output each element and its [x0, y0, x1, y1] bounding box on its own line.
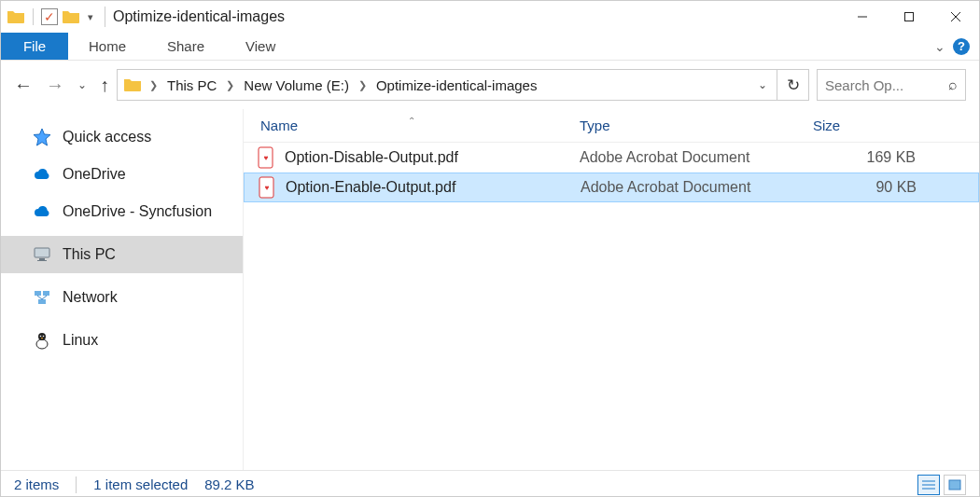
tab-view[interactable]: View [225, 33, 296, 60]
sidebar-item-label: Linux [63, 332, 98, 349]
svg-marker-4 [34, 129, 50, 145]
status-selection-size: 89.2 KB [204, 476, 254, 492]
separator [105, 7, 105, 27]
status-selection: 1 item selected [93, 476, 188, 492]
column-header-type[interactable]: Type [580, 117, 813, 133]
svg-point-15 [40, 336, 42, 338]
sidebar-item-linux[interactable]: Linux [1, 322, 243, 359]
svg-rect-8 [35, 291, 41, 296]
breadcrumb-label: This PC [167, 77, 217, 93]
chevron-right-icon[interactable]: ❯ [146, 79, 161, 91]
address-dropdown-icon[interactable]: ⌄ [749, 78, 777, 91]
tab-home[interactable]: Home [68, 33, 147, 60]
file-row[interactable]: ♥ Option-Disable-Output.pdf Adobe Acroba… [244, 143, 979, 173]
separator [76, 476, 77, 493]
column-header-name[interactable]: ⌃ Name [244, 117, 580, 133]
file-type: Adobe Acrobat Document [581, 179, 814, 196]
sidebar-item-label: This PC [63, 246, 116, 263]
details-view-button[interactable] [917, 475, 940, 495]
file-list-pane: ⌃ Name Type Size ♥ Option-Disable-Output… [244, 109, 979, 470]
sidebar-item-label: OneDrive [63, 166, 126, 183]
search-placeholder: Search Op... [825, 77, 948, 93]
chevron-right-icon[interactable]: ❯ [222, 79, 238, 91]
pdf-file-icon: ♥ [258, 176, 276, 199]
pc-icon [33, 245, 51, 264]
folder-icon [7, 8, 25, 25]
sidebar-item-quick-access[interactable]: Quick access [1, 118, 243, 156]
help-button[interactable]: ? [953, 38, 970, 55]
file-type: Adobe Acrobat Document [580, 149, 813, 166]
file-rows: ♥ Option-Disable-Output.pdf Adobe Acroba… [244, 143, 979, 470]
quick-access-toolbar: ✓ ▾ [1, 8, 97, 25]
up-button[interactable]: ↑ [100, 75, 109, 96]
breadcrumb-this-pc[interactable]: This PC [165, 77, 218, 93]
navigation-pane: Quick access OneDrive OneDrive - Syncfus… [1, 109, 244, 470]
folder-icon [62, 8, 80, 25]
net-icon [33, 288, 51, 307]
column-label: Size [813, 117, 840, 133]
ribbon: File Home Share View ⌄ ? [1, 33, 979, 61]
column-label: Name [260, 117, 298, 133]
thumbnails-view-button[interactable] [944, 475, 966, 495]
breadcrumb-label: Optimize-identical-images [376, 77, 538, 93]
maximize-button[interactable] [886, 1, 932, 33]
separator [33, 8, 34, 25]
nav-arrows: ← → ⌄ ↑ [14, 75, 109, 96]
ribbon-collapse-icon[interactable]: ⌄ [934, 39, 945, 54]
star-icon [33, 128, 51, 146]
file-size: 90 KB [814, 179, 926, 196]
navigation-row: ← → ⌄ ↑ ❯ This PC ❯ New Volume (E:) ❯ Op… [1, 61, 979, 109]
back-button[interactable]: ← [14, 75, 33, 96]
sidebar-item-onedrive-syncfusion[interactable]: OneDrive - Syncfusion [1, 193, 243, 230]
svg-rect-5 [35, 248, 49, 257]
minimize-button[interactable] [839, 1, 886, 33]
file-name: Option-Disable-Output.pdf [285, 149, 458, 166]
pdf-file-icon: ♥ [257, 146, 275, 169]
qat-dropdown-icon[interactable]: ▾ [84, 11, 97, 23]
cloud-icon [33, 165, 51, 184]
history-dropdown-icon[interactable]: ⌄ [77, 78, 87, 91]
svg-text:♥: ♥ [265, 184, 270, 192]
sort-ascending-icon: ⌃ [408, 116, 415, 126]
sidebar-item-this-pc[interactable]: This PC [1, 236, 243, 273]
status-bar: 2 items 1 item selected 89.2 KB [1, 470, 979, 497]
breadcrumb-label: New Volume (E:) [244, 77, 349, 93]
tab-share[interactable]: Share [147, 33, 225, 60]
refresh-button[interactable]: ↻ [777, 70, 808, 100]
view-switcher [917, 475, 966, 495]
sidebar-item-label: Quick access [63, 129, 151, 145]
file-row[interactable]: ♥ Option-Enable-Output.pdf Adobe Acrobat… [244, 173, 979, 202]
file-name: Option-Enable-Output.pdf [286, 179, 455, 196]
forward-button[interactable]: → [46, 75, 64, 96]
linux-icon [33, 331, 51, 350]
sidebar-item-onedrive[interactable]: OneDrive [1, 156, 243, 193]
svg-rect-1 [905, 13, 914, 21]
sidebar-item-network[interactable]: Network [1, 279, 243, 316]
svg-rect-25 [949, 480, 960, 490]
file-size: 169 KB [813, 149, 925, 166]
breadcrumb-volume[interactable]: New Volume (E:) [242, 77, 351, 93]
svg-point-16 [43, 336, 45, 338]
svg-line-11 [37, 296, 42, 299]
svg-line-12 [42, 296, 47, 299]
properties-check-icon[interactable]: ✓ [41, 8, 58, 25]
svg-rect-6 [39, 258, 45, 260]
sidebar-item-label: OneDrive - Syncfusion [63, 203, 212, 220]
column-headers: ⌃ Name Type Size [244, 109, 979, 143]
main-area: Quick access OneDrive OneDrive - Syncfus… [1, 109, 979, 470]
title-bar: ✓ ▾ Optimize-identical-images [1, 1, 979, 33]
svg-point-13 [36, 339, 48, 349]
breadcrumb-current[interactable]: Optimize-identical-images [374, 77, 539, 93]
close-button[interactable] [932, 1, 979, 33]
address-bar[interactable]: ❯ This PC ❯ New Volume (E:) ❯ Optimize-i… [117, 69, 809, 101]
chevron-right-icon[interactable]: ❯ [355, 79, 371, 91]
column-label: Type [580, 117, 610, 133]
column-header-size[interactable]: Size [813, 117, 925, 133]
window-title: Optimize-identical-images [113, 8, 285, 25]
file-tab[interactable]: File [1, 33, 68, 60]
search-input[interactable]: Search Op... ⌕ [817, 69, 966, 101]
folder-icon [123, 76, 142, 93]
search-icon: ⌕ [948, 76, 958, 93]
sidebar-item-label: Network [63, 289, 118, 306]
svg-rect-7 [37, 260, 47, 261]
